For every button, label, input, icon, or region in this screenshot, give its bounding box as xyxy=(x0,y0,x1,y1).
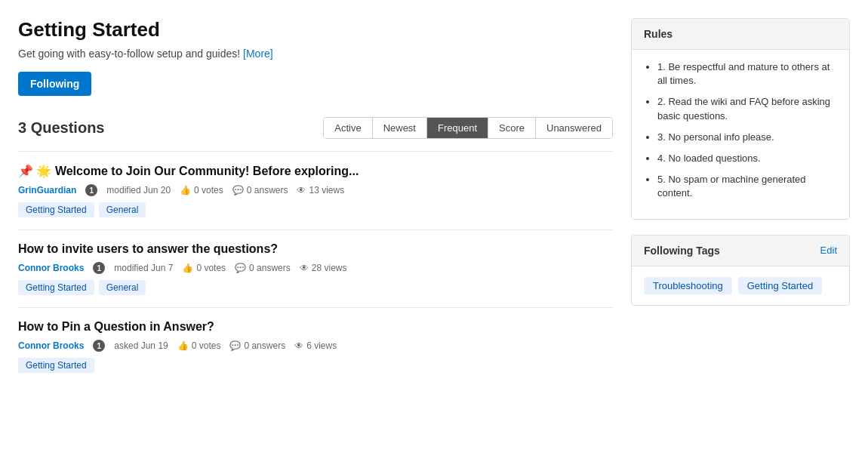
following-tags-box: Following Tags Edit Troubleshooting Gett… xyxy=(631,235,850,306)
author-badge: 1 xyxy=(93,340,105,352)
question-author[interactable]: GrinGuardian xyxy=(18,185,76,196)
views-item: 👁 13 views xyxy=(297,185,344,196)
list-item[interactable]: Getting Started xyxy=(18,202,94,217)
following-tags-body: Troubleshooting Getting Started xyxy=(632,266,849,305)
modified-date: modified Jun 20 xyxy=(106,185,171,196)
rules-box: Rules 1. Be respectful and mature to oth… xyxy=(631,18,850,220)
question-meta: Connor Brooks 1 modified Jun 7 👍 0 votes… xyxy=(18,262,613,274)
pin-icon: 📌 xyxy=(18,165,33,177)
tab-active[interactable]: Active xyxy=(324,118,372,138)
list-item: 2. Read the wiki and FAQ before asking b… xyxy=(657,95,837,122)
question-tags: Getting Started General xyxy=(18,202,613,217)
author-badge: 1 xyxy=(93,262,105,274)
list-item: 5. No spam or machine generated content. xyxy=(657,173,837,200)
answers-item: 💬 0 answers xyxy=(232,185,288,196)
votes-count: 0 votes xyxy=(192,340,221,351)
list-item[interactable]: General xyxy=(99,280,146,295)
following-tags-header: Following Tags Edit xyxy=(632,236,849,266)
question-tags: Getting Started General xyxy=(18,280,613,295)
comment-icon: 💬 xyxy=(235,263,246,273)
question-title[interactable]: How to Pin a Question in Answer? xyxy=(18,320,613,334)
following-button[interactable]: Following xyxy=(18,72,91,96)
rules-body: 1. Be respectful and mature to others at… xyxy=(632,50,849,219)
votes-item: 👍 0 votes xyxy=(180,185,223,196)
question-author[interactable]: Connor Brooks xyxy=(18,263,84,273)
following-tags-list: Troubleshooting Getting Started xyxy=(644,277,837,294)
table-row: How to Pin a Question in Answer? Connor … xyxy=(18,307,613,385)
thumbs-up-icon: 👍 xyxy=(182,263,193,273)
modified-date: asked Jun 19 xyxy=(114,340,168,351)
views-item: 👁 6 views xyxy=(294,340,337,351)
list-item[interactable]: General xyxy=(99,202,146,217)
votes-item: 👍 0 votes xyxy=(177,340,221,351)
answers-count: 0 answers xyxy=(244,340,285,351)
tab-group: Active Newest Frequent Score Unanswered xyxy=(323,117,613,139)
answers-count: 0 answers xyxy=(249,263,291,273)
thumbs-up-icon: 👍 xyxy=(180,185,191,196)
author-badge: 1 xyxy=(85,184,97,196)
questions-header: 3 Questions Active Newest Frequent Score… xyxy=(18,117,613,139)
thumbs-up-icon: 👍 xyxy=(177,340,189,351)
eye-icon: 👁 xyxy=(300,263,309,273)
views-item: 👁 28 views xyxy=(300,263,347,273)
list-item[interactable]: Getting Started xyxy=(18,358,94,373)
main-content: Getting Started Get going with easy-to-f… xyxy=(18,18,613,385)
edit-link[interactable]: Edit xyxy=(820,245,837,256)
list-item: 4. No loaded questions. xyxy=(657,152,837,165)
votes-count: 0 votes xyxy=(194,185,223,196)
tab-frequent[interactable]: Frequent xyxy=(427,118,488,138)
eye-icon: 👁 xyxy=(297,185,306,196)
star-emoji: 🌟 xyxy=(36,165,51,177)
answers-item: 💬 0 answers xyxy=(235,263,291,273)
list-item[interactable]: Troubleshooting xyxy=(644,277,732,294)
comment-icon: 💬 xyxy=(229,340,241,351)
list-item[interactable]: Getting Started xyxy=(18,280,94,295)
answers-item: 💬 0 answers xyxy=(229,340,285,351)
questions-count: 3 Questions xyxy=(18,119,104,137)
eye-icon: 👁 xyxy=(294,340,303,351)
views-count: 6 views xyxy=(306,340,337,351)
page-description: Get going with easy-to-follow setup and … xyxy=(18,48,613,60)
table-row: How to invite users to answer the questi… xyxy=(18,229,613,307)
list-item: 3. No personal info please. xyxy=(657,131,837,144)
rules-title: Rules xyxy=(644,28,673,40)
votes-count: 0 votes xyxy=(196,263,226,273)
answers-count: 0 answers xyxy=(247,185,288,196)
question-author[interactable]: Connor Brooks xyxy=(18,340,84,351)
table-row: 📌 🌟 Welcome to Join Our Community! Befor… xyxy=(18,151,613,229)
tab-score[interactable]: Score xyxy=(488,118,536,138)
tab-newest[interactable]: Newest xyxy=(373,118,427,138)
sidebar: Rules 1. Be respectful and mature to oth… xyxy=(631,18,850,385)
list-item: 1. Be respectful and mature to others at… xyxy=(657,60,837,88)
modified-date: modified Jun 7 xyxy=(114,263,173,273)
question-meta: Connor Brooks 1 asked Jun 19 👍 0 votes 💬… xyxy=(18,340,613,352)
votes-item: 👍 0 votes xyxy=(182,263,226,273)
page-title: Getting Started xyxy=(18,18,613,42)
questions-list: 📌 🌟 Welcome to Join Our Community! Befor… xyxy=(18,151,613,385)
description-text: Get going with easy-to-follow setup and … xyxy=(18,48,240,60)
more-link[interactable]: [More] xyxy=(243,48,273,60)
following-tags-title: Following Tags xyxy=(644,245,720,257)
views-count: 28 views xyxy=(312,263,347,273)
rules-header: Rules xyxy=(632,19,849,50)
comment-icon: 💬 xyxy=(232,185,244,196)
question-title[interactable]: How to invite users to answer the questi… xyxy=(18,242,613,256)
views-count: 13 views xyxy=(309,185,344,196)
rules-list: 1. Be respectful and mature to others at… xyxy=(644,60,837,201)
question-tags: Getting Started xyxy=(18,358,613,373)
question-title[interactable]: 📌 🌟 Welcome to Join Our Community! Befor… xyxy=(18,164,613,178)
question-meta: GrinGuardian 1 modified Jun 20 👍 0 votes… xyxy=(18,184,613,196)
list-item[interactable]: Getting Started xyxy=(738,277,822,294)
tab-unanswered[interactable]: Unanswered xyxy=(536,118,612,138)
